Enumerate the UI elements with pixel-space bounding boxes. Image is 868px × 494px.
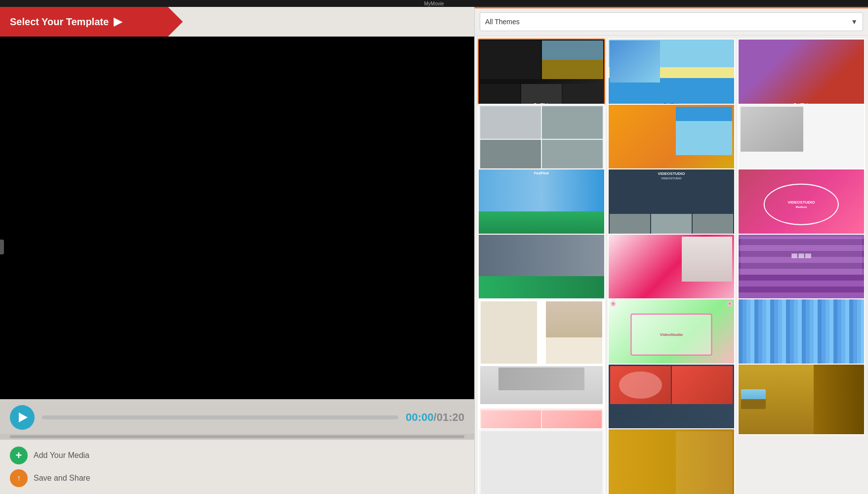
theme-card-4[interactable]: FasiFlick	[478, 104, 605, 175]
header-arrow-icon: ▶	[114, 15, 122, 28]
theme-card-19[interactable]	[478, 428, 605, 494]
template-header-bg: Select Your Template ▶	[0, 7, 183, 37]
theme-card-12[interactable]: ▓▓ ▓▓ ▓▓	[738, 234, 865, 305]
theme-card-11[interactable]: VIDEOSTUDIO	[608, 234, 735, 305]
scrubber-track[interactable]	[10, 435, 464, 438]
app-top-bar: MyMovie	[0, 0, 868, 7]
themes-dropdown-label: All Themes	[485, 18, 520, 26]
add-media-action[interactable]: + Add Your Media	[10, 447, 464, 464]
themes-grid: FasiFlick FasiFlick FasiFlick	[475, 36, 868, 494]
time-total: 01:20	[437, 411, 464, 424]
theme-card-3[interactable]: FasiFlick	[738, 39, 865, 110]
theme-thumbnail-17: VIDEOSTUDIO	[609, 365, 734, 434]
bottom-actions: + Add Your Media ↑ Save and Share	[0, 440, 474, 494]
theme-card-18[interactable]	[738, 364, 865, 435]
theme-thumbnail-10	[479, 235, 604, 304]
save-share-icon: ↑	[10, 469, 28, 487]
theme-card-5[interactable]: FasiFlick	[608, 104, 735, 175]
play-icon	[19, 412, 28, 422]
theme-thumbnail-9: VIDEOSTUDIOMedium	[739, 169, 864, 239]
themes-header: All Themes ▼	[475, 8, 868, 36]
theme-card-2[interactable]: FasiFlick	[608, 39, 735, 110]
theme-thumbnail-1: FasiFlick	[479, 40, 604, 109]
app-title: MyMovie	[424, 1, 444, 6]
theme-thumbnail-2: FasiFlick	[609, 40, 734, 109]
theme-thumbnail-20	[609, 429, 734, 494]
dropdown-arrow-icon: ▼	[851, 18, 858, 26]
theme-thumbnail-15: VIDEOSTUDIO	[739, 299, 864, 369]
player-controls: 00:00 / 01:20	[0, 399, 474, 434]
save-share-label: Save and Share	[34, 474, 90, 483]
video-player	[0, 37, 474, 399]
play-button[interactable]	[10, 405, 35, 430]
theme-thumbnail-16	[479, 365, 604, 434]
theme-card-20[interactable]	[608, 428, 735, 494]
theme-thumbnail-6: FasiFlick	[739, 105, 864, 174]
select-template-label: Select Your Template	[10, 16, 109, 28]
theme-thumbnail-11: VIDEOSTUDIO	[609, 235, 734, 304]
theme-card-8[interactable]: VIDEOSTUDIOVIDEOSTUDIO	[608, 168, 735, 240]
add-media-label: Add Your Media	[34, 451, 89, 460]
right-panel: All Themes ▼ FasiFlick	[474, 7, 868, 494]
theme-thumbnail-12: ▓▓ ▓▓ ▓▓	[739, 235, 864, 304]
theme-thumbnail-13	[479, 299, 604, 369]
left-panel: Select Your Template ▶ 00:00 / 01:20	[0, 7, 474, 494]
theme-card-14[interactable]: VideoStudio 🌸 🌸	[608, 298, 735, 370]
theme-thumbnail-7: FasiFlick	[479, 169, 604, 239]
themes-dropdown[interactable]: All Themes ▼	[480, 12, 863, 31]
theme-card-6[interactable]: FasiFlick	[738, 104, 865, 175]
scrubber-bar[interactable]	[0, 434, 474, 440]
theme-card-9[interactable]: VIDEOSTUDIOMedium	[738, 168, 865, 240]
add-media-icon: +	[10, 447, 28, 464]
theme-thumbnail-3: FasiFlick	[739, 40, 864, 109]
theme-card-10[interactable]	[478, 234, 605, 305]
theme-card-7[interactable]: FasiFlick	[478, 168, 605, 240]
theme-thumbnail-14: VideoStudio 🌸 🌸	[609, 299, 734, 369]
time-current: 00:00	[406, 411, 433, 424]
time-display: 00:00 / 01:20	[406, 411, 464, 424]
theme-thumbnail-19	[479, 429, 604, 494]
theme-card-13[interactable]	[478, 298, 605, 370]
theme-card-15[interactable]: VIDEOSTUDIO	[738, 298, 865, 370]
theme-thumbnail-18	[739, 365, 864, 434]
progress-bar[interactable]	[42, 415, 398, 419]
theme-thumbnail-5: FasiFlick	[609, 105, 734, 174]
select-template-header: Select Your Template ▶	[0, 7, 474, 37]
theme-thumbnail-8: VIDEOSTUDIOVIDEOSTUDIO	[609, 169, 734, 239]
theme-card-16[interactable]	[478, 364, 605, 435]
theme-card-17[interactable]: VIDEOSTUDIO	[608, 364, 735, 435]
theme-card-1[interactable]: FasiFlick	[478, 39, 605, 110]
left-edge-indicator[interactable]	[0, 240, 4, 254]
theme-thumbnail-4: FasiFlick	[479, 105, 604, 174]
save-share-action[interactable]: ↑ Save and Share	[10, 469, 464, 487]
